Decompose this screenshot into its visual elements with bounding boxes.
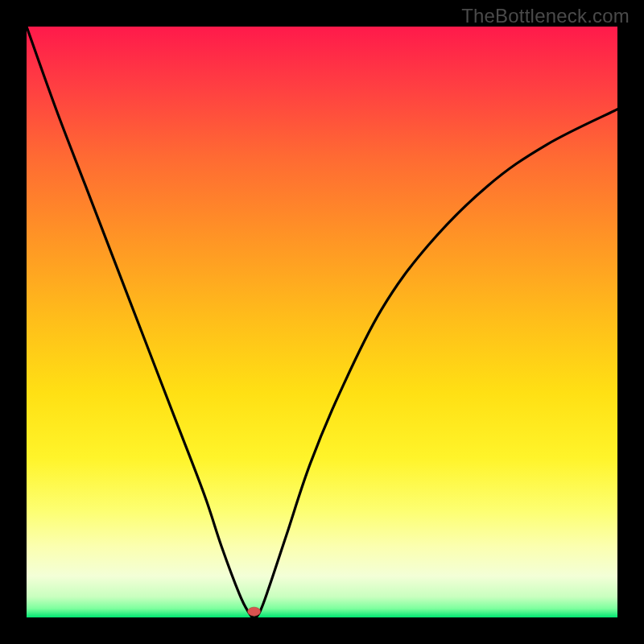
optimal-marker [248, 607, 261, 616]
chart-frame: TheBottleneck.com [0, 0, 644, 644]
plot-area [27, 27, 617, 617]
bottleneck-curve [27, 27, 617, 617]
watermark-text: TheBottleneck.com [461, 5, 630, 27]
